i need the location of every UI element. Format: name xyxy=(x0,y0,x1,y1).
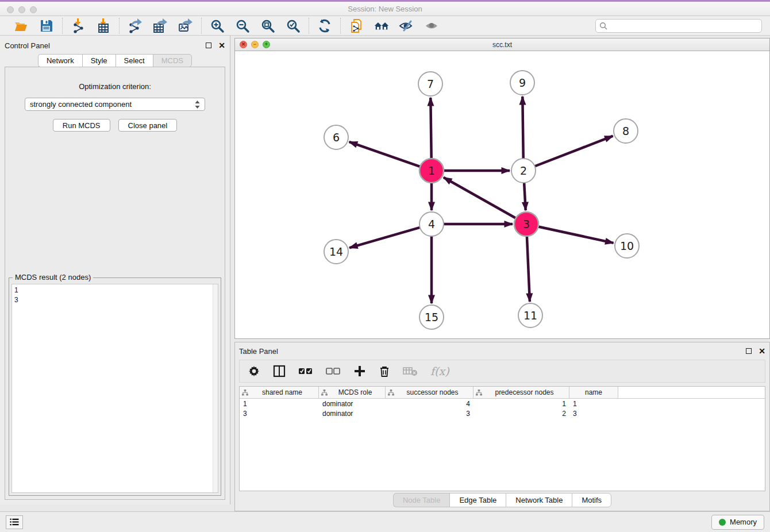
column-header-predecessor-nodes[interactable]: predecessor nodes xyxy=(473,387,569,398)
graph-node-7[interactable]: 7 xyxy=(418,72,442,96)
memory-button[interactable]: Memory xyxy=(711,515,764,530)
show-all-button[interactable] xyxy=(424,18,440,34)
graph-edge-2-8[interactable] xyxy=(534,136,613,167)
tab-network-table[interactable]: Network Table xyxy=(506,493,572,507)
delete-column-trash-icon[interactable] xyxy=(379,365,390,377)
float-panel-icon[interactable] xyxy=(206,43,211,48)
refresh-view-button[interactable] xyxy=(317,18,333,34)
window-title: Session: New Session xyxy=(348,5,422,13)
table-panel-title: Table Panel xyxy=(239,347,278,356)
column-header-successor-nodes[interactable]: successor nodes xyxy=(386,387,473,398)
export-table-button[interactable] xyxy=(152,18,168,34)
import-table-button[interactable] xyxy=(95,18,111,34)
deselect-all-rows-icon[interactable] xyxy=(326,366,341,376)
export-network-button[interactable] xyxy=(127,18,143,34)
close-panel-icon[interactable]: ✕ xyxy=(218,41,225,49)
tab-edge-table[interactable]: Edge Table xyxy=(449,493,506,507)
cell[interactable]: 3 xyxy=(569,408,618,418)
graph-edge-3-10[interactable] xyxy=(538,226,614,243)
cell[interactable]: dominator xyxy=(319,399,386,408)
graph-node-15[interactable]: 15 xyxy=(419,305,444,329)
first-neighbors-button[interactable] xyxy=(374,18,390,34)
cell[interactable]: dominator xyxy=(319,408,386,418)
graph-edge-2-3[interactable] xyxy=(524,182,526,210)
network-window-titlebar[interactable]: ✕ − + scc.txt xyxy=(235,38,769,51)
graph-edge-3-11[interactable] xyxy=(527,236,530,302)
tab-select[interactable]: Select xyxy=(116,54,153,67)
cell[interactable]: 3 xyxy=(240,408,319,418)
graph-node-9[interactable]: 9 xyxy=(510,71,534,95)
split-table-icon[interactable] xyxy=(273,365,286,377)
cell[interactable]: 4 xyxy=(386,399,473,408)
run-mcds-button[interactable]: Run MCDS xyxy=(53,119,110,132)
select-all-rows-icon[interactable] xyxy=(298,366,313,376)
graph-node-10[interactable]: 10 xyxy=(615,234,639,258)
graph-node-14[interactable]: 14 xyxy=(324,240,348,264)
zoom-selected-button[interactable] xyxy=(285,18,301,34)
criterion-value: strongly connected component xyxy=(30,100,132,109)
graph-edge-2-9[interactable] xyxy=(522,97,523,159)
clone-network-button[interactable] xyxy=(348,18,364,34)
network-canvas[interactable]: 7968124314101511 xyxy=(235,51,769,338)
mcds-result-line: 1 xyxy=(14,286,215,295)
tree-icon xyxy=(321,390,328,396)
zoom-window-button[interactable] xyxy=(30,6,37,13)
add-column-plus-icon[interactable] xyxy=(353,365,366,377)
table-row[interactable]: 1 dominator 4 1 1 xyxy=(240,399,765,408)
node-table[interactable]: shared name MCDS role successor nodes pr… xyxy=(239,386,765,491)
cell[interactable]: 1 xyxy=(569,399,618,408)
zoom-in-button[interactable] xyxy=(209,18,225,34)
window-controls[interactable] xyxy=(7,6,37,13)
graph-node-11[interactable]: 11 xyxy=(518,303,542,327)
network-close-button[interactable]: ✕ xyxy=(240,41,247,48)
graph-edge-4-14[interactable] xyxy=(349,228,421,248)
graph-edge-1-6[interactable] xyxy=(349,142,421,167)
result-scrollbar[interactable] xyxy=(213,284,218,492)
svg-text:2: 2 xyxy=(520,164,527,177)
cell[interactable]: 1 xyxy=(240,399,319,408)
float-table-panel-icon[interactable] xyxy=(746,348,752,354)
graph-edge-3-1[interactable] xyxy=(444,178,517,218)
mcds-result-text[interactable]: 1 3 xyxy=(11,284,218,493)
network-minimize-button[interactable]: − xyxy=(251,41,259,48)
graph-edge-1-7[interactable] xyxy=(430,98,431,159)
graph-node-4[interactable]: 4 xyxy=(419,212,444,236)
task-history-button[interactable] xyxy=(6,515,23,529)
tab-motifs[interactable]: Motifs xyxy=(572,493,611,507)
graph-node-3[interactable]: 3 xyxy=(514,212,538,236)
graph-node-6[interactable]: 6 xyxy=(324,125,348,149)
column-header-name[interactable]: name xyxy=(569,387,618,398)
minimize-window-button[interactable] xyxy=(18,6,25,13)
criterion-select[interactable]: strongly connected component xyxy=(25,98,205,111)
clone-network-icon xyxy=(349,18,364,33)
export-image-icon xyxy=(178,18,193,33)
search-box[interactable] xyxy=(595,19,762,33)
tab-mcds[interactable]: MCDS xyxy=(153,54,192,67)
import-network-button[interactable] xyxy=(70,18,86,34)
control-panel-title: Control Panel xyxy=(5,41,50,50)
column-header-mcds-role[interactable]: MCDS role xyxy=(319,387,386,398)
network-zoom-button[interactable]: + xyxy=(263,41,270,48)
table-row[interactable]: 3 dominator 3 2 3 xyxy=(240,408,765,418)
tab-network[interactable]: Network xyxy=(38,54,82,67)
search-input[interactable] xyxy=(607,22,758,30)
cell[interactable]: 2 xyxy=(473,408,569,418)
zoom-out-button[interactable] xyxy=(234,18,251,34)
graph-node-1[interactable]: 1 xyxy=(419,159,444,183)
graph-node-8[interactable]: 8 xyxy=(614,119,638,143)
tab-node-table[interactable]: Node Table xyxy=(393,493,450,507)
tab-style[interactable]: Style xyxy=(82,54,116,67)
cell[interactable]: 3 xyxy=(386,408,473,418)
column-header-shared-name[interactable]: shared name xyxy=(240,387,319,398)
cell[interactable]: 1 xyxy=(473,399,569,408)
graph-node-2[interactable]: 2 xyxy=(511,159,536,183)
zoom-fit-button[interactable] xyxy=(260,18,276,34)
save-session-button[interactable] xyxy=(38,18,55,34)
export-image-button[interactable] xyxy=(178,18,194,34)
close-table-panel-icon[interactable]: ✕ xyxy=(759,347,765,355)
table-settings-gear-icon[interactable] xyxy=(248,365,260,377)
hide-selected-button[interactable] xyxy=(399,18,415,34)
open-session-button[interactable] xyxy=(13,18,29,34)
close-panel-button[interactable]: Close panel xyxy=(118,119,178,132)
close-window-button[interactable] xyxy=(7,6,14,13)
